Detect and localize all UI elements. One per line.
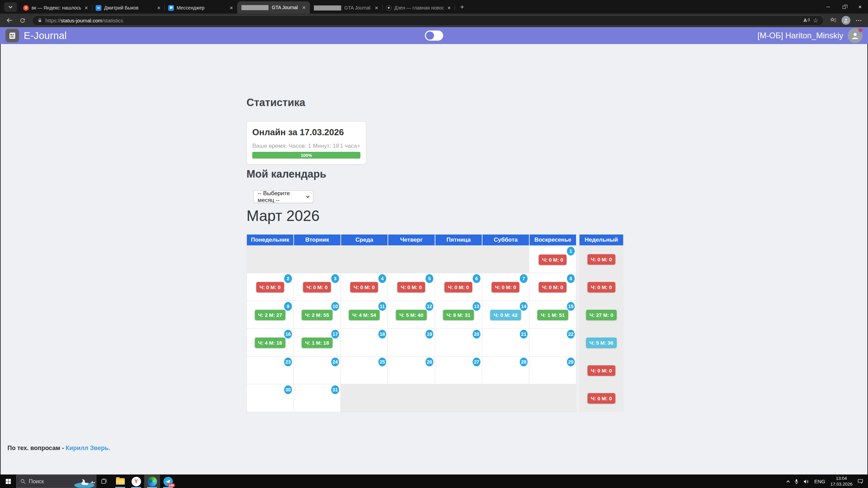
browser-tab[interactable]: Явк — Яндекс: нашлось 12 млн ре✕ — [20, 2, 92, 14]
calendar-day-cell[interactable]: 10Ч: 2 М: 55 — [294, 301, 341, 329]
calendar-day-cell[interactable]: 6Ч: 0 М: 0 — [435, 273, 482, 301]
tray-overflow-button chevron-up-icon[interactable] — [787, 481, 790, 484]
time-badge: Ч: 0 М: 0 — [492, 282, 519, 292]
calendar-day-cell[interactable]: 12Ч: 5 М: 40 — [388, 301, 435, 329]
calendar-blank-cell — [341, 245, 388, 273]
day-number-badge: 13 — [473, 302, 480, 311]
time-badge: Ч: 8 М: 31 — [443, 310, 474, 320]
calendar-day-cell[interactable]: 17Ч: 1 М: 18 — [294, 329, 341, 357]
brand-title[interactable]: E-Journal — [24, 30, 67, 41]
calendar-blank-cell — [294, 245, 341, 273]
calendar-day-cell[interactable]: 16Ч: 4 М: 18 — [246, 329, 294, 357]
file-explorer-button[interactable] — [112, 475, 128, 488]
tab-title: Дзен — главная новостная инфо — [394, 5, 444, 11]
calendar-day-cell[interactable]: 21 — [482, 329, 529, 357]
calendar-day-cell[interactable]: 15Ч: 1 М: 51 — [529, 301, 576, 329]
calendar-day-cell[interactable]: 24 — [294, 357, 341, 384]
read-aloud-button[interactable]: A — [804, 18, 810, 23]
task-view-button[interactable] — [96, 475, 112, 488]
calendar-day-cell[interactable]: 29 — [529, 357, 576, 384]
tab-close-button[interactable]: ✕ — [84, 5, 89, 11]
support-contact-link[interactable]: Кирилл Зверь. — [66, 445, 110, 451]
calendar-day-cell[interactable]: 30 — [246, 384, 294, 412]
start-button[interactable] — [0, 475, 16, 488]
calendar-day-cell[interactable]: 8Ч: 0 М: 0 — [529, 273, 576, 301]
calendar-day-cell[interactable]: 7Ч: 0 М: 0 — [482, 273, 529, 301]
minimize-button[interactable] — [820, 0, 836, 14]
calendar-day-cell[interactable]: 14Ч: 0 М: 42 — [482, 301, 529, 329]
calendar-day-cell[interactable]: 9Ч: 2 М: 27 — [246, 301, 294, 329]
progress-bar: 100% — [252, 152, 360, 159]
browser-tab[interactable]: VKДмитрий Быков✕ — [92, 2, 165, 14]
browser-menu-button[interactable] — [854, 16, 863, 25]
favorite-star-button[interactable]: ☆ — [813, 17, 818, 24]
calendar-day-cell[interactable]: 19 — [388, 329, 435, 357]
calendar-day-cell[interactable]: 11Ч: 4 М: 54 — [341, 301, 388, 329]
tab-close-button[interactable]: ✕ — [229, 5, 234, 11]
weekly-time-badge: Ч: 0 М: 0 — [587, 282, 615, 292]
tab-close-button[interactable]: ✕ — [301, 5, 307, 10]
browser-tab[interactable]: GTA Journal✕ — [237, 1, 310, 14]
browser-profile-avatar[interactable] — [842, 16, 850, 25]
calendar-day-cell[interactable]: 4Ч: 0 М: 0 — [341, 273, 388, 301]
calendar-weekly-cell: Ч: 27 М: 0 — [579, 301, 624, 329]
edge-icon — [147, 477, 157, 486]
calendar-day-cell[interactable]: 3Ч: 0 М: 0 — [294, 273, 341, 301]
calendar-day-cell[interactable]: 28 — [482, 357, 529, 384]
calendar-day-cell[interactable]: 2Ч: 0 М: 0 — [246, 273, 294, 301]
restore-button[interactable] — [836, 0, 852, 14]
time-badge: Ч: 0 М: 0 — [445, 282, 472, 292]
calendar-day-cell[interactable]: 22 — [529, 329, 576, 357]
tab-search-button[interactable] — [4, 2, 17, 12]
username-label[interactable]: [М-ОБ] Hariton_Minskiy — [757, 31, 843, 40]
action-center-icon[interactable] — [857, 479, 863, 484]
edge-browser-button[interactable] — [144, 475, 160, 488]
calendar-blank-cell — [435, 384, 482, 412]
calendar-column-header: Четверг — [388, 235, 435, 245]
system-tray: ENG 13:04 17.03.2026 — [787, 475, 868, 488]
tab-close-button[interactable]: ✕ — [156, 5, 161, 11]
yandex-browser-button[interactable]: Y — [128, 475, 144, 488]
calendar-day-cell[interactable]: 1Ч: 0 М: 0 — [529, 245, 576, 273]
calendar-day-cell[interactable]: 27 — [435, 357, 482, 384]
statistics-heading: Статистика — [246, 97, 305, 109]
person-icon — [843, 18, 849, 23]
favorites-bar-button[interactable] — [829, 16, 838, 25]
close-button[interactable]: ✕ — [852, 0, 868, 14]
telegram-button[interactable]: 109 — [160, 475, 176, 488]
user-avatar[interactable] — [848, 28, 863, 43]
clock[interactable]: 13:04 17.03.2026 — [830, 476, 852, 487]
calendar-blank-cell — [388, 384, 435, 412]
browser-tab[interactable]: Мессенджер✕ — [165, 2, 237, 14]
day-number-badge: 28 — [520, 358, 528, 366]
new-tab-button[interactable]: + — [457, 2, 467, 12]
day-number-badge: 23 — [284, 358, 292, 366]
volume-icon[interactable] — [804, 479, 809, 484]
calendar-day-cell[interactable]: 13Ч: 8 М: 31 — [435, 301, 482, 329]
address-bar[interactable]: https://status-journal.com/statistics A … — [32, 15, 824, 26]
month-select[interactable]: -- Выберите месяц -- — [253, 190, 313, 203]
weekly-time-badge: Ч: 0 М: 0 — [587, 254, 615, 265]
language-indicator[interactable]: ENG — [814, 479, 825, 484]
tab-close-button[interactable]: ✕ — [447, 5, 452, 11]
microphone-icon[interactable] — [794, 479, 798, 484]
browser-tab[interactable]: GTA Journal✕ — [310, 2, 382, 14]
back-button[interactable] — [5, 16, 14, 25]
calendar-day-cell[interactable]: 20 — [435, 329, 482, 357]
calendar-day-cell[interactable]: 5Ч: 0 М: 0 — [388, 273, 435, 301]
refresh-button[interactable] — [18, 16, 27, 25]
calendar-day-cell[interactable]: 23 — [246, 357, 294, 384]
url-domain: status-journal.com — [61, 18, 102, 23]
theme-toggle[interactable] — [425, 30, 443, 41]
calendar-day-cell[interactable]: 26 — [388, 357, 435, 384]
calendar-column-header: Среда — [341, 235, 388, 245]
browser-tab[interactable]: ✦Дзен — главная новостная инфо✕ — [382, 2, 455, 14]
dzen-favicon-icon: ✦ — [386, 5, 392, 11]
journal-logo-icon[interactable] — [5, 29, 19, 42]
taskbar-search[interactable]: Поиск — [16, 475, 96, 488]
quota-label: 1 часа+ — [340, 143, 360, 149]
tab-close-button[interactable]: ✕ — [374, 5, 379, 11]
calendar-day-cell[interactable]: 25 — [341, 357, 388, 384]
calendar-day-cell[interactable]: 18 — [341, 329, 388, 357]
calendar-day-cell[interactable]: 31 — [294, 384, 341, 412]
